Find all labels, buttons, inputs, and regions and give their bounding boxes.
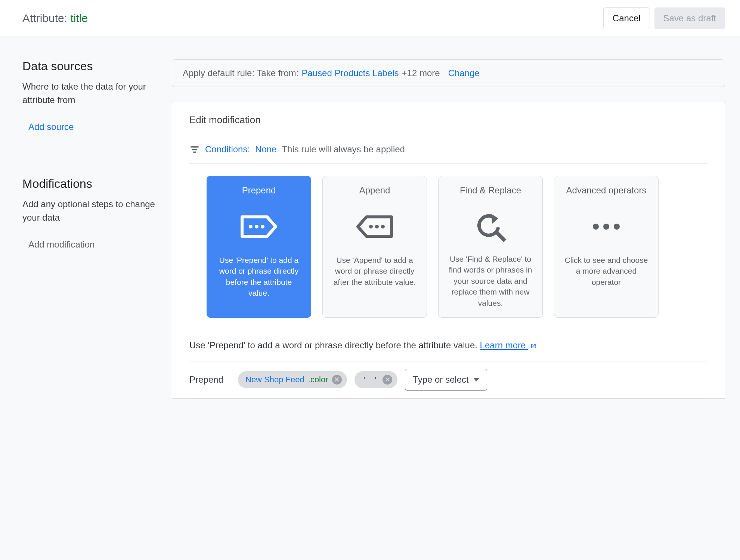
operator-title: Prepend [242, 185, 276, 196]
chevron-down-icon [473, 378, 479, 382]
modifications-heading: Modifications [22, 177, 157, 191]
external-link-icon [530, 342, 537, 350]
chip-literal[interactable]: ' ' ✕ [354, 371, 398, 388]
edit-modification-title: Edit modification [189, 114, 708, 126]
prepend-icon [240, 206, 278, 247]
prepend-row-label: Prepend [189, 374, 230, 385]
save-as-draft-button[interactable]: Save as draft [654, 7, 725, 29]
append-icon [356, 206, 393, 247]
conditions-row[interactable]: Conditions: None This rule will always b… [189, 135, 708, 164]
data-sources-section: Data sources Where to take the data for … [22, 59, 157, 132]
svg-point-7 [375, 225, 379, 228]
prepend-input-row: Prepend New Shop Feed.color ✕ ' ' ✕ Type… [189, 361, 708, 398]
operator-description: Use 'Prepend' to add a word or phrase di… [215, 255, 303, 299]
attribute-prefix: Attribute: [22, 12, 70, 24]
operator-description: Use 'Find & Replace' to find words or ph… [447, 253, 534, 308]
conditions-description: This rule will always be applied [282, 144, 405, 155]
page-header: Attribute: title Cancel Save as draft [0, 0, 740, 37]
operator-card-find-replace[interactable]: Find & Replace Use 'Find & Replace' to f… [438, 176, 543, 318]
chip-literal-text: ' ' [362, 375, 379, 385]
operator-title: Find & Replace [460, 185, 521, 196]
data-sources-heading: Data sources [22, 59, 157, 73]
default-rule-change-link[interactable]: Change [448, 68, 480, 78]
conditions-label: Conditions: [205, 144, 250, 155]
default-rule-prefix: Apply default rule: Take from: [183, 68, 298, 78]
data-sources-description: Where to take the data for your attribut… [22, 80, 157, 107]
type-select-label: Type or select [413, 374, 468, 385]
add-modification-link: Add modification [22, 239, 95, 250]
chip-attr-name: .color [308, 375, 328, 385]
svg-rect-0 [191, 146, 199, 148]
svg-point-6 [369, 225, 373, 228]
edit-modification-card: Edit modification Conditions: None This … [172, 102, 725, 399]
modifications-section: Modifications Add any optional steps to … [22, 177, 157, 250]
chip-remove-icon[interactable]: ✕ [332, 375, 342, 385]
svg-point-4 [255, 225, 258, 228]
operator-cards: Prepend Use 'Prepend' to add a word or p… [189, 164, 708, 336]
help-text: Use 'Prepend' to add a word or phrase di… [189, 340, 480, 350]
modifications-description: Add any optional steps to change your da… [22, 197, 157, 224]
add-source-link[interactable]: Add source [22, 122, 74, 132]
svg-rect-2 [193, 152, 196, 153]
find-replace-icon [474, 206, 507, 246]
chip-remove-icon[interactable]: ✕ [383, 375, 392, 385]
svg-line-9 [495, 231, 505, 241]
operator-help-text: Use 'Prepend' to add a word or phrase di… [189, 336, 708, 361]
operator-card-append[interactable]: Append Use 'Append' to add a word or phr… [322, 176, 427, 318]
operator-description: Click to see and choose a more advanced … [563, 255, 650, 287]
chip-feed-attribute[interactable]: New Shop Feed.color ✕ [238, 371, 347, 388]
learn-more-link[interactable]: Learn more [480, 340, 537, 350]
chip-feed-name: New Shop Feed [245, 375, 304, 385]
default-rule-more: +12 more [402, 68, 440, 78]
learn-more-label: Learn more [480, 340, 526, 350]
operator-title: Advanced operators [566, 185, 647, 196]
attribute-name: title [70, 12, 88, 24]
svg-point-8 [381, 225, 385, 228]
operator-card-advanced[interactable]: Advanced operators Click to see and choo… [554, 176, 659, 318]
cancel-button[interactable]: Cancel [603, 7, 650, 29]
operator-description: Use 'Append' to add a word or phrase dir… [331, 255, 418, 287]
svg-point-3 [249, 225, 253, 228]
page-title: Attribute: title [22, 12, 88, 25]
header-buttons: Cancel Save as draft [603, 7, 725, 29]
more-dots-icon [593, 206, 620, 247]
svg-rect-1 [192, 149, 197, 150]
type-or-select-dropdown[interactable]: Type or select [405, 369, 487, 391]
filter-icon [189, 144, 200, 155]
operator-card-prepend[interactable]: Prepend Use 'Prepend' to add a word or p… [207, 176, 311, 318]
conditions-value: None [255, 144, 276, 155]
default-rule-feed-link[interactable]: Paused Products Labels [301, 68, 399, 78]
svg-point-5 [261, 225, 264, 228]
default-rule-box: Apply default rule: Take from: Paused Pr… [172, 59, 725, 87]
operator-title: Append [359, 185, 390, 196]
